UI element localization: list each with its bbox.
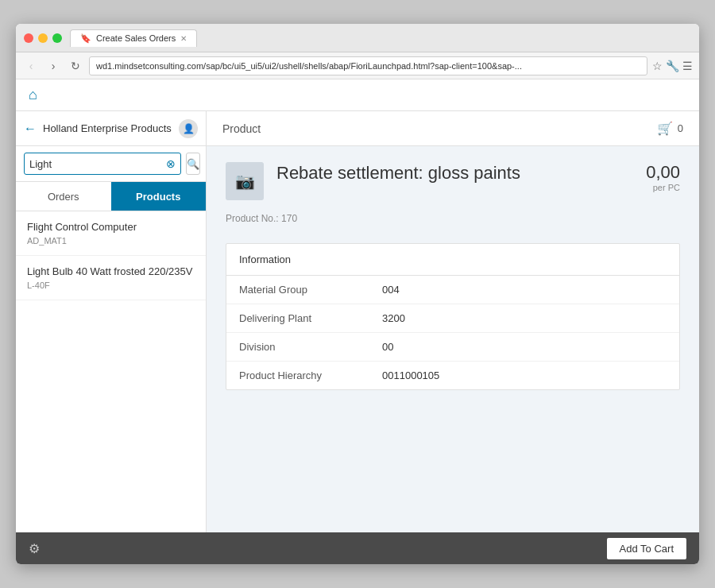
search-input-wrap: ⊗ (24, 153, 181, 175)
tab-bar: 🔖 Create Sales Orders ✕ (70, 29, 691, 47)
list-item[interactable]: Flight Control Computer AD_MAT1 (16, 211, 206, 256)
table-row: Delivering Plant 3200 (226, 304, 679, 333)
price-value: 0,00 (646, 162, 680, 182)
field-value: 004 (382, 284, 400, 296)
app-footer: ⚙ Add To Cart (16, 532, 699, 564)
address-url: wd1.mindsetconsulting.com/sap/bc/ui5_ui5… (96, 61, 522, 71)
search-bar: ⊗ 🔍 (16, 146, 206, 182)
tab-products[interactable]: Products (111, 182, 207, 211)
browser-tab[interactable]: 🔖 Create Sales Orders ✕ (70, 29, 197, 47)
product-image: 📷 (226, 162, 264, 200)
product-code: L-40F (27, 280, 195, 290)
tab-products-label: Products (136, 191, 180, 203)
star-icon[interactable]: ☆ (652, 60, 663, 72)
field-label: Division (239, 341, 382, 353)
wrench-icon[interactable]: 🔧 (666, 60, 679, 72)
left-panel: ← Holland Enterprise Products 👤 ⊗ 🔍 (16, 111, 207, 532)
back-nav-button[interactable]: ‹ (22, 57, 40, 75)
user-avatar[interactable]: 👤 (179, 119, 198, 138)
field-label: Material Group (239, 284, 382, 296)
field-value: 00 (382, 341, 393, 353)
product-no: Product No.: 170 (226, 213, 680, 224)
left-panel-header: ← Holland Enterprise Products 👤 (16, 111, 206, 146)
tab-label: Create Sales Orders (96, 33, 176, 43)
browser-toolbar: ‹ › ↻ wd1.mindsetconsulting.com/sap/bc/u… (16, 52, 699, 79)
field-value: 3200 (382, 312, 405, 324)
cart-icon: 🛒 (657, 121, 673, 136)
reload-button[interactable]: ↻ (67, 57, 84, 75)
field-label: Product Hierarchy (239, 369, 382, 381)
forward-arrow-icon: › (52, 60, 56, 72)
settings-gear-icon[interactable]: ⚙ (29, 541, 40, 556)
tab-orders-label: Orders (48, 191, 79, 203)
right-header: Product 🛒 0 (207, 111, 699, 146)
right-panel-title: Product (222, 122, 261, 135)
field-value: 0011000105 (382, 369, 439, 381)
cart-count: 0 (678, 122, 683, 134)
tabs-bar: Orders Products (16, 182, 206, 211)
info-section-title: Information (226, 244, 679, 276)
menu-icon[interactable]: ☰ (682, 60, 693, 72)
product-name: Light Bulb 40 Watt frosted 220/235V (27, 265, 195, 277)
right-panel: Product 🛒 0 📷 Rebate settlement: gloss p… (207, 111, 699, 532)
close-button[interactable] (24, 33, 33, 43)
product-no-label: Product No.: (226, 213, 279, 224)
price-unit: per PC (646, 183, 680, 192)
forward-nav-button[interactable]: › (44, 57, 62, 75)
tab-favicon: 🔖 (80, 33, 91, 44)
field-label: Delivering Plant (239, 312, 382, 324)
search-input[interactable] (29, 158, 163, 170)
tab-close-icon[interactable]: ✕ (180, 34, 187, 43)
app-container: ⌂ ← Holland Enterprise Products 👤 ⊗ 🔍 (16, 79, 699, 564)
product-detail-title: Rebate settlement: gloss paints (276, 162, 633, 185)
table-row: Material Group 004 (226, 276, 679, 304)
toolbar-icons: ☆ 🔧 ☰ (652, 60, 693, 72)
fullscreen-button[interactable] (52, 33, 62, 43)
panel-title: Holland Enterprise Products (43, 122, 172, 134)
cart-area: 🛒 0 (657, 121, 683, 136)
home-icon[interactable]: ⌂ (29, 87, 37, 103)
browser-window: 🔖 Create Sales Orders ✕ ‹ › ↻ wd1.mindse… (16, 24, 699, 564)
clear-search-icon[interactable]: ⊗ (166, 157, 176, 170)
panel-back-arrow-icon[interactable]: ← (24, 122, 37, 136)
tab-orders[interactable]: Orders (16, 182, 111, 211)
search-button[interactable]: 🔍 (186, 153, 200, 175)
product-no-value: 170 (281, 213, 297, 224)
table-row: Division 00 (226, 333, 679, 362)
product-price-area: 0,00 per PC (646, 162, 680, 192)
product-code: AD_MAT1 (27, 236, 195, 246)
table-row: Product Hierarchy 0011000105 (226, 362, 679, 389)
minimize-button[interactable] (38, 33, 48, 43)
browser-titlebar: 🔖 Create Sales Orders ✕ (16, 24, 699, 52)
product-detail-header: 📷 Rebate settlement: gloss paints 0,00 p… (226, 162, 680, 200)
info-section: Information Material Group 004 Deliverin… (226, 243, 680, 390)
list-item[interactable]: Light Bulb 40 Watt frosted 220/235V L-40… (16, 256, 206, 300)
add-to-cart-button[interactable]: Add To Cart (607, 538, 686, 559)
product-list: Flight Control Computer AD_MAT1 Light Bu… (16, 211, 206, 532)
app-header: ⌂ (16, 79, 699, 111)
reload-icon: ↻ (71, 60, 80, 72)
app-main: ← Holland Enterprise Products 👤 ⊗ 🔍 (16, 111, 699, 532)
address-bar[interactable]: wd1.mindsetconsulting.com/sap/bc/ui5_ui5… (89, 56, 647, 75)
back-arrow-icon: ‹ (29, 60, 33, 72)
product-detail: 📷 Rebate settlement: gloss paints 0,00 p… (207, 146, 699, 532)
search-icon: 🔍 (187, 158, 199, 170)
traffic-lights (24, 33, 62, 43)
product-name: Flight Control Computer (27, 221, 195, 233)
